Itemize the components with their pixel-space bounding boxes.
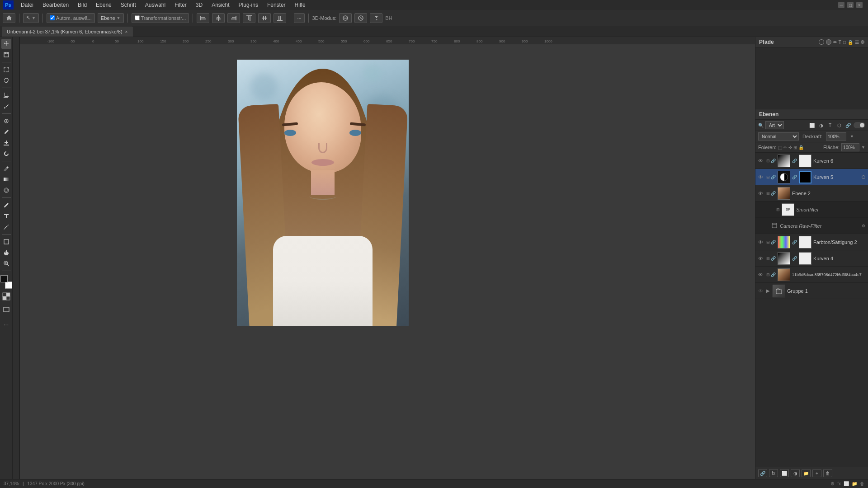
- pan-3d-btn[interactable]: [370, 13, 382, 23]
- layer-new-btn[interactable]: +: [812, 469, 821, 477]
- panel-icon-circle[interactable]: [819, 39, 824, 45]
- layer-item-kurven5[interactable]: 👁 ⊞ 🔗 🔗 Kurven 5: [755, 169, 868, 185]
- layer-type-select[interactable]: Art: [765, 121, 784, 129]
- layer-item-kurven6[interactable]: 👁 ⊞ 🔗 🔗 Kurven 6: [755, 153, 868, 169]
- smart-filter-options[interactable]: ⚙: [862, 224, 865, 228]
- crop-tool[interactable]: [1, 90, 11, 100]
- status-icon-2[interactable]: fx: [837, 481, 841, 486]
- menu-item-datei[interactable]: Datei: [17, 1, 37, 9]
- layer-item-cameraraw[interactable]: Camera Raw-Filter ⚙: [755, 218, 868, 234]
- align-center-btn[interactable]: [212, 13, 225, 23]
- layer-filter-toggle[interactable]: [854, 122, 865, 128]
- transformation-btn[interactable]: Transformationsstr...: [132, 13, 189, 23]
- healing-tool[interactable]: [1, 116, 11, 126]
- layer-adjustment-btn[interactable]: ◑: [791, 469, 800, 477]
- fill-input[interactable]: [841, 143, 859, 151]
- canvas-content[interactable]: -100 -50 0 50 100 150 200 250 300 350 40…: [20, 37, 755, 479]
- menu-item-filter[interactable]: Filter: [171, 1, 190, 9]
- panel-circle-dot[interactable]: [861, 40, 864, 44]
- eyedropper-tool[interactable]: [1, 101, 11, 111]
- panel-icon-select[interactable]: □: [843, 40, 846, 45]
- status-icon-1[interactable]: ⚙: [830, 481, 835, 486]
- menu-item-schrift[interactable]: Schrift: [117, 1, 140, 9]
- layer-item-kurven4[interactable]: 👁 ⊞ 🔗 🔗 Kurven 4: [755, 250, 868, 267]
- layer-eye-kurven6[interactable]: 👁: [758, 158, 764, 164]
- panel-icon-pen[interactable]: ✏: [833, 40, 837, 45]
- layer-filter-shape-btn[interactable]: ⬡: [835, 122, 843, 129]
- blur-tool[interactable]: [1, 185, 11, 195]
- layer-eye-longname[interactable]: 👁: [758, 272, 764, 277]
- panel-icon-lock[interactable]: 🔒: [848, 40, 853, 45]
- zoom-tool[interactable]: [1, 258, 11, 268]
- layer-filter-smart-btn[interactable]: 🔗: [844, 122, 852, 129]
- menu-item-ebene[interactable]: Ebene: [92, 1, 115, 9]
- menu-item-bild[interactable]: Bild: [74, 1, 90, 9]
- layer-group-btn[interactable]: 📁: [802, 469, 811, 477]
- gradient-tool[interactable]: [1, 174, 11, 184]
- window-close-btn[interactable]: ×: [856, 2, 863, 8]
- roll-3d-btn[interactable]: [354, 13, 367, 23]
- status-icon-4[interactable]: 📁: [852, 481, 857, 486]
- auto-select-checkbox[interactable]: [50, 15, 55, 20]
- more-options-btn[interactable]: ···: [294, 13, 304, 23]
- layer-eye-farbton[interactable]: 👁: [758, 239, 764, 245]
- lock-position-icon[interactable]: ✛: [788, 145, 792, 150]
- align-middle-btn[interactable]: [258, 13, 271, 23]
- history-brush-tool[interactable]: [1, 149, 11, 159]
- lock-paint-icon[interactable]: ✏: [783, 145, 787, 150]
- menu-item-ansicht[interactable]: Ansicht: [208, 1, 233, 9]
- menu-item-plugins[interactable]: Plug-ins: [235, 1, 262, 9]
- blend-mode-select[interactable]: Normal: [758, 132, 799, 141]
- quick-mask-btn[interactable]: [1, 291, 11, 303]
- menu-item-hilfe[interactable]: Hilfe: [291, 1, 309, 9]
- artboard-tool[interactable]: [1, 50, 11, 60]
- tool-select-btn[interactable]: ↖ ▼: [23, 13, 39, 23]
- layer-filter-adjust-btn[interactable]: ◑: [817, 122, 825, 129]
- ebene-btn[interactable]: Ebene ▼: [98, 13, 124, 23]
- type-tool[interactable]: [1, 211, 11, 221]
- foreground-color-swatch[interactable]: [0, 275, 8, 282]
- layer-item-longname[interactable]: 👁 ⊞ 🔗 11b9d5dcae835708d472f6d3f84ca4c7: [755, 267, 868, 283]
- lasso-tool[interactable]: [1, 75, 11, 85]
- status-icon-3[interactable]: ⬜: [844, 481, 849, 486]
- layer-style-btn[interactable]: fx: [769, 469, 778, 477]
- layer-filter-pixel-btn[interactable]: ⬜: [808, 122, 816, 129]
- layer-expand-gruppe1[interactable]: ▶: [766, 288, 771, 293]
- status-icon-5[interactable]: 🗑: [860, 481, 864, 486]
- window-minimize-btn[interactable]: ─: [838, 2, 844, 8]
- background-color-swatch[interactable]: [5, 282, 12, 289]
- marquee-tool[interactable]: [1, 65, 11, 75]
- tab-close-btn[interactable]: ×: [125, 29, 128, 34]
- layer-delete-btn[interactable]: 🗑: [823, 469, 832, 477]
- lock-transparent-icon[interactable]: ⬚: [778, 145, 782, 150]
- home-button[interactable]: [3, 13, 15, 23]
- document-tab[interactable]: Unbenannt-2 bei 37,1% (Kurven 6, Ebenenm…: [2, 27, 132, 37]
- panel-icon-circle2[interactable]: [826, 39, 831, 45]
- move-tool[interactable]: [1, 39, 11, 49]
- align-left-btn[interactable]: [197, 13, 209, 23]
- fill-arrow-btn[interactable]: ▼: [861, 145, 865, 150]
- align-top-btn[interactable]: [243, 13, 255, 23]
- menu-item-fenster[interactable]: Fenster: [264, 1, 289, 9]
- layer-item-farbton[interactable]: 👁 ⊞ 🔗 🔗 Farbton/Sättigung 2: [755, 234, 868, 250]
- hand-tool[interactable]: [1, 248, 11, 258]
- path-selection-tool[interactable]: [1, 222, 11, 232]
- opacity-input[interactable]: [826, 132, 846, 141]
- layer-item-smartfilter[interactable]: ⊞ SF Smartfilter: [755, 202, 868, 218]
- layer-filter-type-btn[interactable]: T: [826, 122, 834, 129]
- rotate-3d-btn[interactable]: [339, 13, 352, 23]
- layer-eye-ebene2[interactable]: 👁: [758, 191, 764, 196]
- shape-tool[interactable]: [1, 237, 11, 247]
- menu-item-bearbeiten[interactable]: Bearbeiten: [39, 1, 72, 9]
- layer-eye-kurven5[interactable]: 👁: [758, 174, 764, 180]
- brush-tool[interactable]: [1, 127, 11, 137]
- layer-item-ebene2[interactable]: 👁 ⊞ 🔗 Ebene 2: [755, 185, 868, 202]
- menu-item-3d[interactable]: 3D: [192, 1, 206, 9]
- screen-mode-btn[interactable]: [1, 305, 11, 314]
- opacity-arrow-btn[interactable]: ▼: [850, 134, 854, 139]
- lock-artboard-icon[interactable]: ⊞: [793, 145, 797, 150]
- extra-tools-btn[interactable]: ···: [1, 319, 11, 329]
- auto-select-btn[interactable]: Autom. auswä...: [47, 13, 95, 23]
- transformation-checkbox[interactable]: [135, 15, 140, 20]
- align-right-btn[interactable]: [227, 13, 240, 23]
